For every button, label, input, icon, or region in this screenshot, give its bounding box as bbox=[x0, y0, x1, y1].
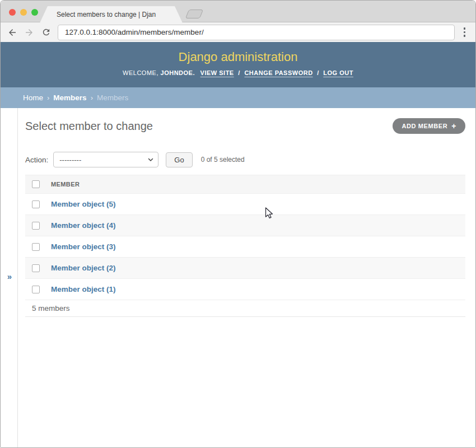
column-header-member: MEMBER bbox=[51, 181, 80, 188]
browser-window: Select members to change | Djan Django a… bbox=[0, 0, 476, 448]
breadcrumb-separator-icon: › bbox=[47, 94, 49, 102]
add-member-label: ADD MEMBER bbox=[402, 123, 447, 129]
action-select[interactable]: --------- bbox=[53, 152, 158, 167]
member-link[interactable]: Member object (1) bbox=[51, 285, 116, 293]
member-count: 5 members bbox=[25, 300, 465, 317]
changelist-content: » Select member to change ADD MEMBER + A… bbox=[1, 108, 475, 448]
action-select-wrap: --------- bbox=[53, 152, 158, 167]
member-link[interactable]: Member object (3) bbox=[51, 242, 116, 251]
main-panel: Select member to change ADD MEMBER + Act… bbox=[18, 108, 475, 317]
browser-menu-icon[interactable] bbox=[461, 25, 468, 39]
maximize-window-button[interactable] bbox=[31, 9, 38, 16]
tab-title: Select members to change | Djan bbox=[57, 11, 156, 18]
welcome-punctuation: . bbox=[193, 69, 195, 76]
row-checkbox[interactable] bbox=[32, 222, 40, 230]
username: JOHNDOE bbox=[161, 69, 193, 76]
add-member-button[interactable]: ADD MEMBER + bbox=[393, 118, 465, 134]
table-header-row: MEMBER bbox=[25, 175, 465, 194]
sidebar-expand-toggle[interactable]: » bbox=[4, 270, 15, 282]
forward-button[interactable] bbox=[22, 25, 36, 40]
member-link[interactable]: Member object (4) bbox=[51, 221, 116, 230]
table-row: Member object (2) bbox=[25, 258, 465, 279]
select-all-checkbox[interactable] bbox=[32, 180, 40, 188]
new-tab-button[interactable] bbox=[185, 10, 203, 18]
user-tools: WELCOME, JOHNDOE. VIEW SITE / CHANGE PAS… bbox=[1, 69, 475, 76]
member-link[interactable]: Member object (2) bbox=[51, 264, 116, 272]
plus-icon: + bbox=[451, 123, 456, 129]
action-label: Action: bbox=[25, 156, 48, 164]
member-link[interactable]: Member object (5) bbox=[51, 200, 116, 208]
row-checkbox[interactable] bbox=[32, 286, 40, 293]
actions-bar: Action: --------- Go 0 of 5 selected bbox=[25, 152, 465, 167]
page-title: Select member to change bbox=[25, 120, 153, 133]
selection-counter: 0 of 5 selected bbox=[201, 156, 245, 164]
table-row: Member object (1) bbox=[25, 279, 465, 300]
row-checkbox[interactable] bbox=[32, 243, 40, 251]
change-password-link[interactable]: CHANGE PASSWORD bbox=[244, 69, 312, 76]
row-checkbox[interactable] bbox=[32, 264, 40, 272]
go-button[interactable]: Go bbox=[166, 152, 192, 167]
sidebar-divider bbox=[17, 108, 18, 448]
address-bar[interactable] bbox=[58, 25, 455, 40]
browser-tab[interactable]: Select members to change | Djan bbox=[40, 6, 183, 23]
breadcrumb-separator-icon: › bbox=[91, 94, 93, 102]
admin-header: Django administration WELCOME, JOHNDOE. … bbox=[1, 42, 475, 87]
site-title: Django administration bbox=[1, 50, 475, 64]
breadcrumb-current: Members bbox=[97, 94, 128, 102]
forward-arrow-icon bbox=[24, 27, 34, 38]
link-separator: / bbox=[238, 69, 240, 76]
table-row: Member object (5) bbox=[25, 194, 465, 215]
table-row: Member object (4) bbox=[25, 215, 465, 236]
breadcrumb: Home › Members › Members bbox=[1, 87, 475, 108]
back-arrow-icon bbox=[7, 27, 17, 38]
minimize-window-button[interactable] bbox=[20, 9, 27, 16]
window-controls bbox=[9, 9, 38, 16]
tab-strip: Select members to change | Djan bbox=[1, 1, 475, 22]
link-separator: / bbox=[317, 69, 319, 76]
close-window-button[interactable] bbox=[9, 9, 16, 16]
log-out-link[interactable]: LOG OUT bbox=[323, 69, 353, 76]
row-checkbox[interactable] bbox=[32, 200, 40, 208]
refresh-button[interactable] bbox=[39, 25, 53, 40]
browser-toolbar bbox=[1, 22, 475, 42]
refresh-icon bbox=[41, 27, 51, 37]
breadcrumb-home[interactable]: Home bbox=[23, 94, 43, 102]
welcome-text: WELCOME, bbox=[123, 69, 158, 76]
back-button[interactable] bbox=[5, 25, 20, 40]
breadcrumb-members-app[interactable]: Members bbox=[53, 94, 86, 102]
view-site-link[interactable]: VIEW SITE bbox=[200, 69, 234, 76]
member-table: MEMBER Member object (5) Member object (… bbox=[25, 175, 465, 317]
table-row: Member object (3) bbox=[25, 236, 465, 258]
